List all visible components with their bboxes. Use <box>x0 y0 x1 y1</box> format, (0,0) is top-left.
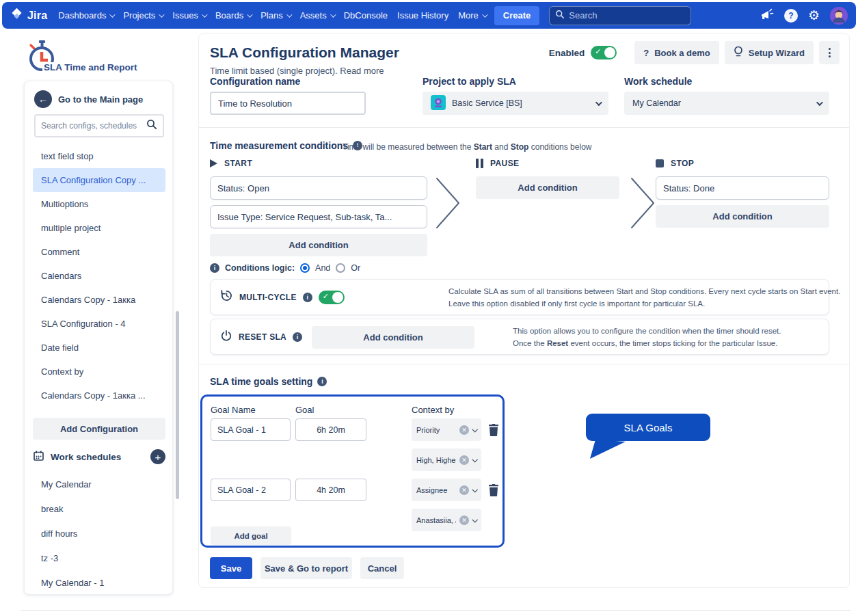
callout-tail <box>590 440 632 463</box>
nav-dashboards[interactable]: Dashboards <box>58 10 113 21</box>
goal-value-input[interactable] <box>295 479 366 501</box>
logic-and-radio[interactable] <box>300 263 310 273</box>
sla-goals-callout: SLA Goals <box>580 414 717 463</box>
info-icon[interactable]: i <box>303 293 312 302</box>
sidebar-search[interactable] <box>34 114 164 137</box>
config-item[interactable]: Comment <box>33 240 165 264</box>
config-item[interactable]: Calendars Copy - 1акка <box>33 288 165 312</box>
start-condition[interactable]: Status: Open <box>210 176 427 200</box>
chevron-down-icon <box>159 12 165 17</box>
conditions-hint: Time will be measured between the Start … <box>343 142 591 152</box>
reset-sla-label: RESET SLA <box>239 332 286 342</box>
work-schedules-header: Work schedules + <box>33 449 165 464</box>
config-item-selected[interactable]: SLA Configuration Copy ... <box>33 168 165 192</box>
schedule-item[interactable]: My Calendar <box>33 472 165 497</box>
book-demo-button[interactable]: ? Book a demo <box>634 41 719 64</box>
conditions-logic: i Conditions logic: And Or <box>210 263 360 273</box>
context-field-select[interactable]: Priority ✕ <box>412 418 481 441</box>
goal-value-input[interactable] <box>295 418 366 441</box>
search-input[interactable] <box>569 10 689 21</box>
start-add-condition-button[interactable]: Add condition <box>210 234 427 256</box>
start-condition[interactable]: Issue Type: Service Request, Sub-task, T… <box>210 205 427 228</box>
nav-projects[interactable]: Projects <box>123 10 163 21</box>
config-list: text field stop SLA Configuration Copy .… <box>33 144 165 407</box>
save-button[interactable]: Save <box>210 557 252 579</box>
config-item[interactable]: Context by <box>33 360 165 384</box>
goal-name-input[interactable] <box>211 418 291 441</box>
stop-condition[interactable]: Status: Done <box>656 176 829 200</box>
config-item[interactable]: Multioptions <box>33 192 165 216</box>
clear-icon[interactable]: ✕ <box>459 425 469 435</box>
schedule-item[interactable]: My Calendar - 1 <box>33 571 165 595</box>
nav-boards[interactable]: Boards <box>215 10 251 21</box>
clear-icon[interactable]: ✕ <box>459 515 469 525</box>
chevron-down-icon <box>595 99 602 106</box>
add-schedule-button[interactable]: + <box>150 449 165 464</box>
config-item[interactable]: Calendars <box>33 264 165 288</box>
config-item[interactable]: Date field <box>33 336 165 360</box>
nav-assets[interactable]: Assets <box>300 10 334 21</box>
schedule-item[interactable]: break <box>33 497 165 522</box>
more-actions-button[interactable] <box>819 41 840 64</box>
context-field-select[interactable]: Assignee ✕ <box>412 479 481 501</box>
multi-cycle-toggle[interactable]: ✓ <box>319 291 345 304</box>
stop-icon <box>656 159 664 168</box>
setup-wizard-button[interactable]: Setup Wizard <box>725 41 814 64</box>
work-schedule-select[interactable]: My Calendar <box>624 92 829 115</box>
cancel-button[interactable]: Cancel <box>360 557 404 579</box>
add-goal-button[interactable]: Add goal <box>211 526 291 545</box>
info-icon[interactable]: i <box>317 377 327 386</box>
schedule-list: My Calendar break diff hours tz -3 My Ca… <box>33 472 165 595</box>
nav-issues[interactable]: Issues <box>172 10 206 21</box>
chevron-separator-icon <box>628 174 658 235</box>
save-go-report-button[interactable]: Save & Go to report <box>260 557 352 579</box>
chevron-down-icon <box>247 12 252 17</box>
goal-name-input[interactable] <box>211 479 291 501</box>
nav-more[interactable]: More <box>458 10 486 21</box>
add-configuration-button[interactable]: Add Configuration <box>33 418 165 440</box>
clear-icon[interactable]: ✕ <box>459 485 469 495</box>
create-button[interactable]: Create <box>494 6 539 25</box>
global-search[interactable] <box>549 6 691 25</box>
callout-label: SLA Goals <box>586 414 710 441</box>
reset-add-condition-button[interactable]: Add condition <box>312 326 474 349</box>
project-select[interactable]: Basic Service [BS] <box>423 92 608 115</box>
config-item[interactable]: multiple project <box>33 216 165 240</box>
clear-icon[interactable]: ✕ <box>459 455 469 465</box>
enabled-toggle[interactable]: ✓ <box>591 46 617 59</box>
context-values-select[interactable]: High, Highest ✕ <box>412 448 481 471</box>
gear-icon[interactable]: ⚙ <box>808 9 820 22</box>
power-icon <box>220 330 232 345</box>
megaphone-icon[interactable] <box>760 8 774 24</box>
schedule-item[interactable]: diff hours <box>33 522 165 546</box>
jira-logo[interactable]: Jira <box>10 8 47 23</box>
main-panel: SLA Configuration Manager Enabled ✓ ? Bo… <box>198 33 850 588</box>
calendar-icon <box>33 450 44 464</box>
info-icon[interactable]: i <box>293 332 302 342</box>
read-more-link[interactable]: Read more <box>340 66 384 76</box>
config-name-input[interactable] <box>210 92 366 115</box>
sidebar-search-input[interactable] <box>41 121 142 131</box>
kebab-menu-icon <box>829 48 831 57</box>
config-item[interactable]: Calendars Copy - 1акка ... <box>33 384 165 407</box>
back-to-main-link[interactable]: ← Go to the Main page <box>34 90 143 108</box>
logic-or-radio[interactable] <box>336 263 345 273</box>
delete-goal-button[interactable] <box>485 418 502 441</box>
delete-goal-button[interactable] <box>485 479 502 501</box>
search-icon <box>555 10 565 22</box>
nav-plans[interactable]: Plans <box>260 10 291 21</box>
avatar[interactable] <box>830 7 848 25</box>
context-values-select[interactable]: Anastasiia, John Smit... ✕ <box>412 509 481 531</box>
schedule-item[interactable]: tz -3 <box>33 546 165 571</box>
sidebar-scrollbar[interactable] <box>176 311 179 499</box>
page-subtitle: Time limit based (single project). Read … <box>210 66 384 76</box>
nav-dbconsole[interactable]: DbConsole <box>344 10 388 21</box>
stop-add-condition-button[interactable]: Add condition <box>656 205 829 228</box>
config-item[interactable]: text field stop <box>33 144 165 168</box>
pause-add-condition-button[interactable]: Add condition <box>476 176 619 199</box>
nav-issue-history[interactable]: Issue History <box>397 10 448 21</box>
help-icon[interactable]: ? <box>784 9 798 23</box>
info-icon[interactable]: i <box>210 263 219 273</box>
config-item[interactable]: SLA Configuration - 4 <box>33 312 165 336</box>
app-title: SLA Time and Report <box>42 62 137 72</box>
